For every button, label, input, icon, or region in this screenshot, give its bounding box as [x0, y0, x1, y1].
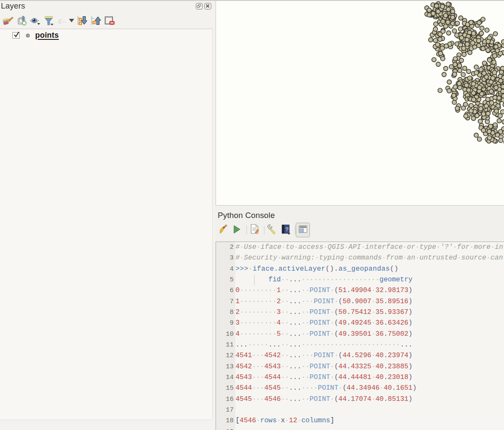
svg-text:?: ? [285, 226, 289, 233]
